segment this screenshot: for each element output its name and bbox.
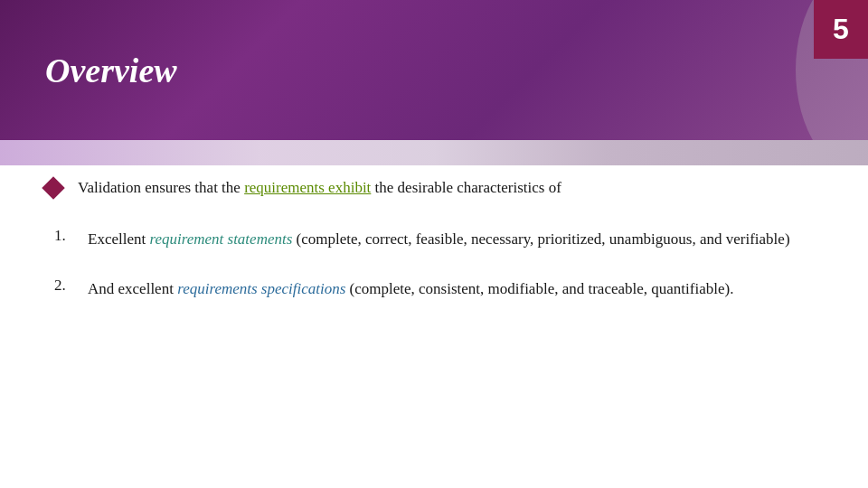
numbered-item-1: 1. Excellent requirement statements (com… [45, 227, 823, 251]
item-2-text-before: And excellent [88, 280, 177, 297]
item-1-text-before: Excellent [88, 230, 149, 248]
slide-header: Overview [0, 0, 868, 140]
bullet-text-after: the desirable characteristics of [371, 179, 561, 196]
requirements-exhibit-link: requirements exhibit [244, 179, 371, 196]
slide-number-badge: 5 [814, 0, 868, 59]
item-1-number: 1. [54, 227, 77, 245]
slide-title: Overview [45, 51, 177, 90]
bullet-text-before: Validation ensures that the [78, 179, 244, 196]
item-1-text-after: (complete, correct, feasible, necessary,… [292, 230, 789, 248]
item-2-number: 2. [54, 277, 77, 295]
content-area: Validation ensures that the requirements… [45, 176, 823, 470]
slide-number-text: 5 [833, 13, 849, 46]
decorative-band [0, 140, 868, 165]
bullet-diamond-icon [42, 176, 64, 199]
item-2-text-after: (complete, consistent, modifiable, and t… [345, 280, 733, 297]
bullet-text: Validation ensures that the requirements… [78, 176, 561, 200]
numbered-item-2: 2. And excellent requirements specificat… [45, 277, 823, 301]
bullet-section: Validation ensures that the requirements… [45, 176, 823, 200]
requirement-statements-link: requirement statements [149, 230, 292, 248]
requirements-specifications-link: requirements specifications [177, 280, 345, 297]
item-1-text: Excellent requirement statements (comple… [88, 227, 790, 251]
item-2-text: And excellent requirements specification… [88, 277, 733, 301]
